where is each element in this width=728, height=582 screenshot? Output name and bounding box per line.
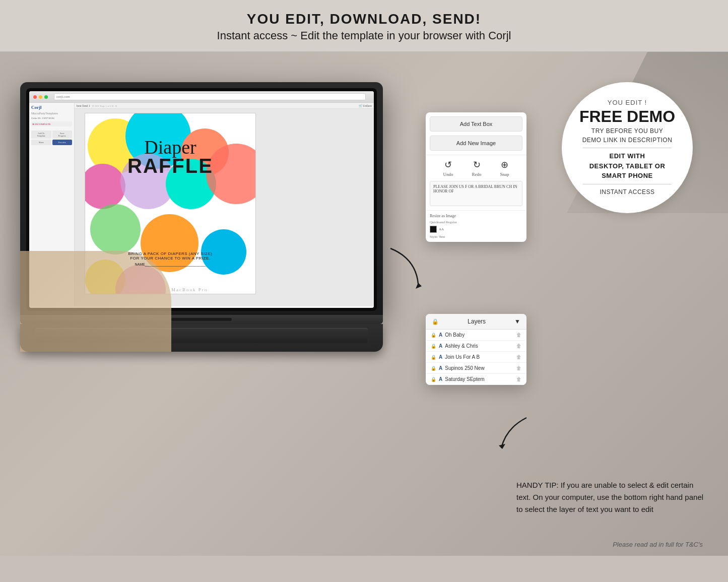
corjl-panel: Add Text Box Add New Image ↺ Undo ↻ Redo… [426,112,526,242]
snap-icon: ⊕ [501,159,508,170]
layer-lock-icon-4: 🔒 [431,366,436,371]
arrow-to-layers [491,413,532,455]
layer-type-1: A [439,332,442,338]
layer-item-4[interactable]: 🔒 A Supinos 250 New 🗑 [426,363,526,374]
font-label: Quicksand Regular [430,220,522,224]
add-new-image-button[interactable]: Add New Image [430,136,522,151]
text-size-label: AA [439,227,444,231]
color-swatch[interactable] [430,226,437,233]
laptop-container: corjl.com Corjl MocraPartyTemplates Orde… [20,82,403,352]
top-banner: YOU EDIT, DOWNLOAD, SEND! Instant access… [0,0,728,52]
layer-item-3[interactable]: 🔒 A Join Us For A B 🗑 [426,352,526,363]
add-text-box-button[interactable]: Add Text Box [430,116,522,132]
arrow-to-panel [385,243,426,296]
editor-toolbar: best fond 1 ⊳ ⊲ ⊳ Page 1 of 1 ⊳ ⊲ 🛒 Unfa… [75,103,374,109]
layers-header: 🔒 Layers ▼ [426,314,526,330]
layer-type-4: A [439,365,442,371]
layer-lock-icon-3: 🔒 [431,355,436,360]
design-subtitle: BRING A PACK OF DIAPERS (ANY SIZE) [94,251,247,256]
layer-lock-icon-1: 🔒 [431,333,436,338]
headline: YOU EDIT, DOWNLOAD, SEND! [10,11,718,27]
divider-2 [583,184,672,184]
corjl-logo: Corjl [31,105,72,110]
layer-delete-icon-4[interactable]: 🗑 [516,365,521,371]
layer-item-5[interactable]: 🔒 A Saturday SEptem 🗑 [426,374,526,385]
layer-name-4: Supinos 250 New [445,365,484,371]
handy-tip-text: HANDY TIP: If you are unable to select &… [516,479,708,515]
edit-with-label: EDIT WITHDESKTOP, TABLET ORSMART PHONE [589,151,666,181]
design-name-line: NAME_______________________________ [94,263,247,266]
layer-type-5: A [439,376,442,382]
free-demo-circle: YOU EDIT ! FREE DEMO TRY BEFORE YOU BUY … [562,82,693,213]
style-text-label: Style: Text [430,235,522,239]
layer-delete-icon-3[interactable]: 🗑 [516,354,521,360]
panel-text-area[interactable]: PLEASE JOIN US F OR A BRIDAL BRUN CH IN … [430,181,522,206]
layer-delete-icon-2[interactable]: 🗑 [516,343,521,349]
browser-close-dot [33,95,37,99]
layers-title: Layers [468,318,486,325]
layer-item-2[interactable]: 🔒 A Ashley & Chris 🗑 [426,341,526,352]
circle-green [90,204,141,254]
redo-tool[interactable]: ↻ Redo [472,159,482,177]
layer-name-2: Ashley & Chris [445,343,478,349]
layer-lock-icon-2: 🔒 [431,344,436,349]
redo-icon: ↻ [473,159,481,170]
design-script-title: Diaper [85,139,255,156]
layer-lock-icon-5: 🔒 [431,377,436,382]
design-block-title: RAFFLE [85,156,255,176]
browser-maximize-dot [44,95,48,99]
svg-marker-0 [416,283,422,289]
layer-type-2: A [439,343,442,349]
free-demo-title: FREE DEMO [579,108,675,124]
browser-chrome: corjl.com [29,91,374,103]
divider-1 [583,148,672,148]
svg-marker-1 [499,444,505,449]
panel-tools: ↺ Undo ↻ Redo ⊕ Snap [426,155,526,181]
try-before-label: TRY BEFORE YOU BUY DEMO LINK IN DESCRIPT… [582,126,673,145]
design-subtitle2: FOR YOUR CHANCE TO WIN A PRIZE. [94,256,247,261]
layer-item-1[interactable]: 🔒 A Oh Baby 🗑 [426,330,526,341]
snap-tool[interactable]: ⊕ Snap [500,159,509,177]
undo-icon: ↺ [444,159,452,170]
layer-name-1: Oh Baby [445,332,465,338]
lock-icon: 🔒 [432,318,439,325]
macbook-label: MacBook Pro [171,287,208,292]
you-edit-label: YOU EDIT ! [608,99,647,106]
subline: Instant access ~ Edit the template in yo… [10,29,718,42]
layer-name-3: Join Us For A B [445,354,480,360]
hand-area [20,251,171,352]
browser-minimize-dot [39,95,42,99]
layer-delete-icon-5[interactable]: 🗑 [516,376,521,382]
undo-tool[interactable]: ↺ Undo [443,159,453,177]
layers-panel: 🔒 Layers ▼ 🔒 A Oh Baby 🗑 🔒 A Ashley & Ch… [426,314,526,385]
instant-access-label: INSTANT ACCESS [600,187,654,197]
resize-as-image-label: Resize as Image [430,214,522,218]
footer-note: Please read ad in full for T&C's [613,541,703,548]
layer-type-3: A [439,354,442,360]
layer-name-5: Saturday SEptem [445,376,484,382]
browser-address-bar: corjl.com [54,93,366,100]
layers-chevron-icon: ▼ [514,318,520,325]
main-area: corjl.com Corjl MocraPartyTemplates Orde… [0,52,728,556]
layer-delete-icon-1[interactable]: 🗑 [516,332,521,338]
